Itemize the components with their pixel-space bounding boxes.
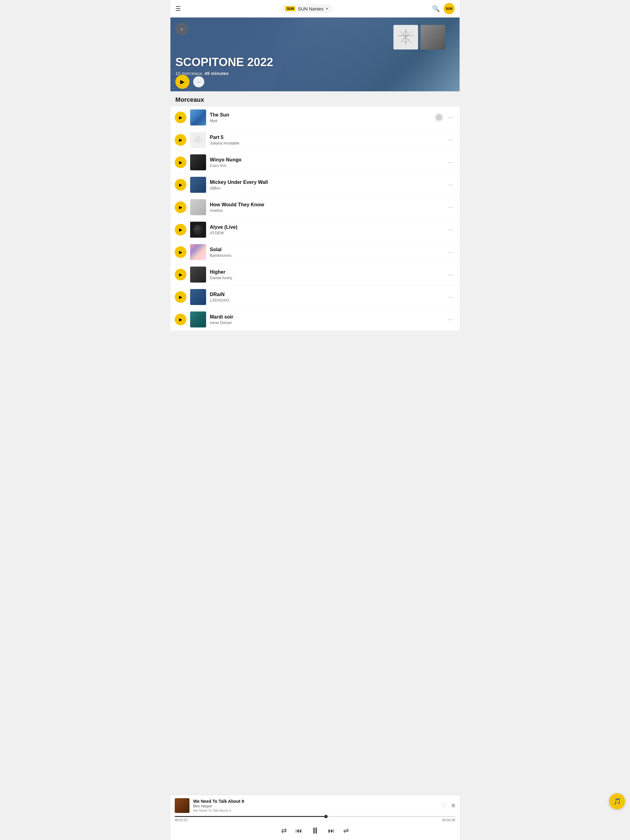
track-thumb-6: [190, 222, 206, 238]
track-name-10: Mardi soir: [210, 314, 442, 320]
track-play-button-3[interactable]: ▶: [175, 156, 187, 168]
track-artist-10: Irène Drésel: [210, 321, 442, 325]
track-play-button-1[interactable]: ▶: [175, 112, 187, 123]
back-button[interactable]: ‹: [175, 22, 188, 35]
station-badge: SUN: [285, 6, 295, 11]
hero-play-button[interactable]: ▶: [175, 75, 190, 89]
track-row[interactable]: ▶DRaiNLSDXOXO···: [171, 286, 459, 308]
track-more-button-10[interactable]: ···: [446, 315, 455, 324]
track-actions-10: ···: [446, 315, 455, 324]
track-thumb-8: [190, 267, 206, 283]
svg-line-12: [194, 141, 196, 141]
track-info-5: How Would They KnowAnetha: [210, 202, 442, 213]
hero-more-button[interactable]: ···: [193, 76, 204, 87]
track-play-button-5[interactable]: ▶: [175, 201, 187, 213]
avatar[interactable]: SUN: [443, 3, 455, 14]
track-more-button-6[interactable]: ···: [446, 225, 455, 234]
track-row[interactable]: ▶How Would They KnowAnetha···: [171, 196, 459, 218]
hero-controls: ▶ ···: [175, 75, 204, 89]
hero-album-covers: [393, 25, 445, 49]
track-thumb-2: [190, 132, 206, 148]
track-thumb-4: [190, 177, 206, 193]
track-row[interactable]: ▶The SunMyd···: [171, 106, 459, 128]
menu-icon[interactable]: ☰: [175, 5, 181, 12]
track-more-button-8[interactable]: ···: [446, 270, 455, 279]
header-actions: 🔍 SUN: [432, 3, 455, 14]
track-artist-1: Myd: [210, 118, 431, 123]
track-artist-5: Anetha: [210, 208, 442, 213]
track-more-button-9[interactable]: ···: [446, 293, 455, 302]
track-thumb-3: [190, 154, 206, 171]
hero-content: SCOPITONE 2022 10 morceaux, 45 minutes: [175, 56, 273, 76]
track-actions-7: ···: [446, 248, 455, 257]
track-actions-4: ···: [446, 180, 455, 189]
track-more-button-3[interactable]: ···: [446, 158, 455, 167]
track-name-1: The Sun: [210, 112, 431, 118]
track-row[interactable]: ▶ Part 5Juliana Huxtable···: [171, 129, 459, 151]
track-info-3: Winyo NungoCoco Em: [210, 157, 442, 168]
track-name-9: DRaiN: [210, 292, 442, 297]
track-row[interactable]: ▶Mardi soirIrène Drésel···: [171, 308, 459, 330]
track-row[interactable]: ▶Mickey Under Every Walls8jfou···: [171, 174, 459, 196]
track-actions-2: ···: [446, 136, 455, 145]
track-more-button-7[interactable]: ···: [446, 248, 455, 257]
track-info-1: The SunMyd: [210, 112, 431, 123]
album-art-portrait: [421, 25, 445, 49]
track-row[interactable]: ▶Winyo NungoCoco Em···: [171, 151, 459, 174]
track-actions-9: ···: [446, 293, 455, 302]
track-name-5: How Would They Know: [210, 202, 442, 208]
svg-line-10: [194, 139, 196, 139]
track-more-button-1[interactable]: ···: [446, 113, 455, 122]
track-actions-1: ···: [435, 113, 455, 122]
playlist-duration: 45 minutes: [204, 71, 229, 76]
header: ☰ SUN SUN Nantes ▾ 🔍 SUN: [171, 0, 459, 17]
track-info-9: DRaiNLSDXOXO: [210, 292, 442, 303]
track-info-6: Alyve (Live)ATOEM: [210, 224, 442, 235]
svg-point-7: [197, 137, 199, 142]
playing-indicator-1: [435, 113, 443, 122]
track-name-4: Mickey Under Every Wall: [210, 180, 442, 185]
section-title: Morceaux: [171, 91, 459, 106]
track-artist-2: Juliana Huxtable: [210, 141, 442, 145]
chevron-down-icon: ▾: [326, 6, 328, 11]
track-thumb-9: [190, 289, 206, 305]
track-more-button-4[interactable]: ···: [446, 180, 455, 189]
track-name-2: Part 5: [210, 135, 442, 140]
track-play-button-10[interactable]: ▶: [175, 314, 187, 325]
track-play-button-6[interactable]: ▶: [175, 224, 187, 235]
svg-line-11: [200, 139, 203, 139]
track-thumb-10: [190, 311, 206, 327]
svg-line-9: [198, 136, 201, 137]
track-play-button-9[interactable]: ▶: [175, 291, 187, 303]
track-info-8: HigherDaniel Avery: [210, 269, 442, 280]
track-actions-3: ···: [446, 158, 455, 167]
track-play-button-8[interactable]: ▶: [175, 269, 187, 280]
station-selector[interactable]: SUN SUN Nantes ▾: [281, 4, 332, 13]
track-play-button-7[interactable]: ▶: [175, 246, 187, 258]
track-play-button-4[interactable]: ▶: [175, 179, 187, 191]
station-name: SUN Nantes: [298, 6, 323, 11]
svg-line-8: [196, 136, 198, 137]
track-list: ▶The SunMyd···▶ Part 5Juliana Huxtable··…: [171, 106, 459, 330]
track-play-button-2[interactable]: ▶: [175, 134, 187, 146]
track-info-4: Mickey Under Every Walls8jfou: [210, 180, 442, 190]
track-row[interactable]: ▶HigherDaniel Avery···: [171, 264, 459, 286]
track-more-button-5[interactable]: ···: [446, 203, 455, 212]
track-actions-5: ···: [446, 203, 455, 212]
track-artist-8: Daniel Avery: [210, 275, 442, 280]
track-more-button-2[interactable]: ···: [446, 136, 455, 145]
search-icon[interactable]: 🔍: [432, 5, 440, 12]
track-name-7: Solal: [210, 247, 442, 253]
track-name-6: Alyve (Live): [210, 224, 442, 230]
album-art-sketch: [393, 25, 418, 49]
track-thumb-7: [190, 244, 206, 260]
track-name-8: Higher: [210, 269, 442, 275]
track-info-7: SolalBambounou: [210, 247, 442, 257]
track-artist-6: ATOEM: [210, 231, 442, 235]
track-artist-7: Bambounou: [210, 253, 442, 257]
track-thumb-5: [190, 199, 206, 215]
track-artist-4: s8jfou: [210, 186, 442, 190]
track-info-10: Mardi soirIrène Drésel: [210, 314, 442, 325]
track-row[interactable]: ▶SolalBambounou···: [171, 241, 459, 263]
track-row[interactable]: ▶Alyve (Live)ATOEM···: [171, 219, 459, 241]
